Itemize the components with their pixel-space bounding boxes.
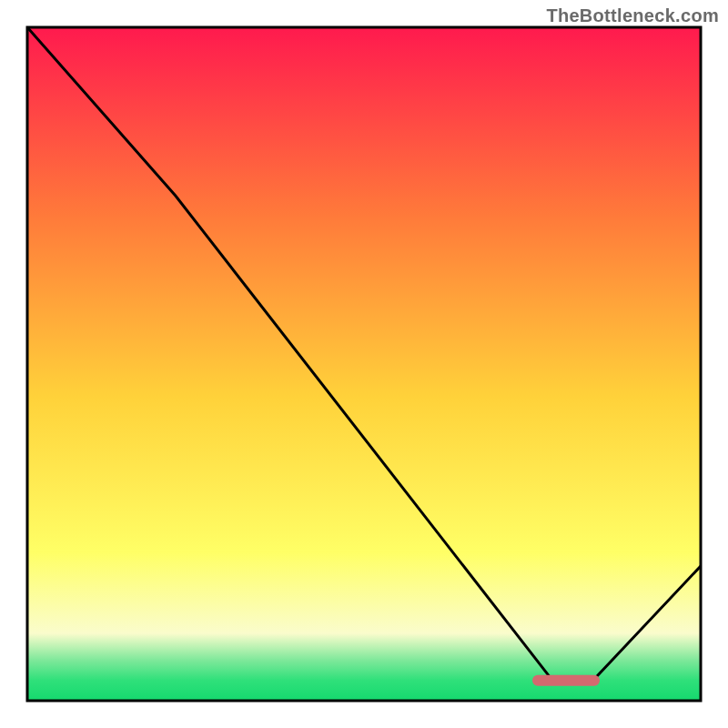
chart-container: TheBottleneck.com (0, 0, 728, 728)
plot-background (27, 27, 701, 701)
chart-svg (0, 0, 728, 728)
highlight-marker (532, 675, 600, 686)
watermark-text: TheBottleneck.com (546, 5, 719, 26)
